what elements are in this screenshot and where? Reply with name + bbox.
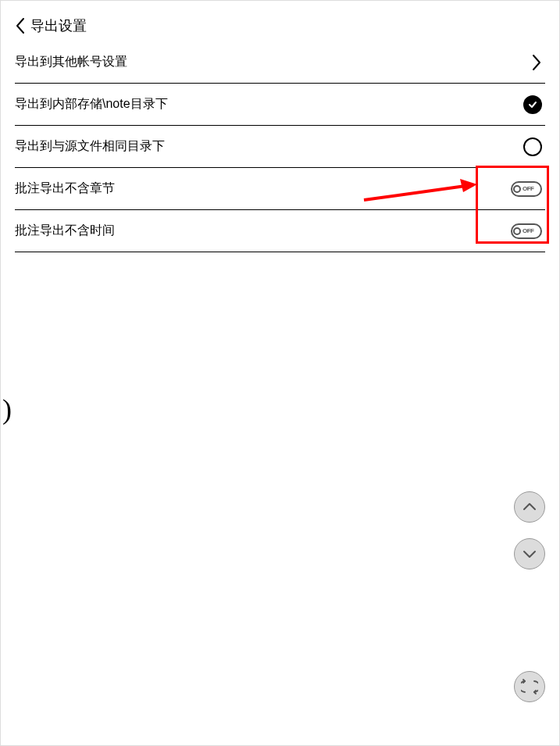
refresh-button[interactable] [514,671,545,702]
scroll-down-button[interactable] [514,538,545,569]
toggle-no-time[interactable]: OFF [511,223,542,239]
chevron-right-icon [531,54,542,71]
row-export-internal[interactable]: 导出到内部存储\note目录下 [15,84,545,126]
scroll-up-button[interactable] [514,491,545,523]
toggle-state: OFF [523,185,534,192]
radio-unchecked-icon[interactable] [523,137,542,156]
row-export-same-dir[interactable]: 导出到与源文件相同目录下 [15,126,545,168]
back-icon[interactable] [15,17,26,34]
toggle-no-chapter[interactable]: OFF [511,181,542,197]
row-no-chapter[interactable]: 批注导出不含章节 OFF [15,168,545,210]
row-label: 导出到其他帐号设置 [15,54,127,70]
row-export-account[interactable]: 导出到其他帐号设置 [15,41,545,84]
radio-checked-icon[interactable] [523,95,542,114]
row-no-time[interactable]: 批注导出不含时间 OFF [15,210,545,252]
row-label: 批注导出不含时间 [15,223,115,239]
stray-text: ) [2,393,12,426]
row-label: 批注导出不含章节 [15,180,115,197]
toggle-state: OFF [523,227,534,234]
page-title: 导出设置 [30,16,87,35]
row-label: 导出到与源文件相同目录下 [15,138,165,155]
row-label: 导出到内部存储\note目录下 [15,96,168,112]
